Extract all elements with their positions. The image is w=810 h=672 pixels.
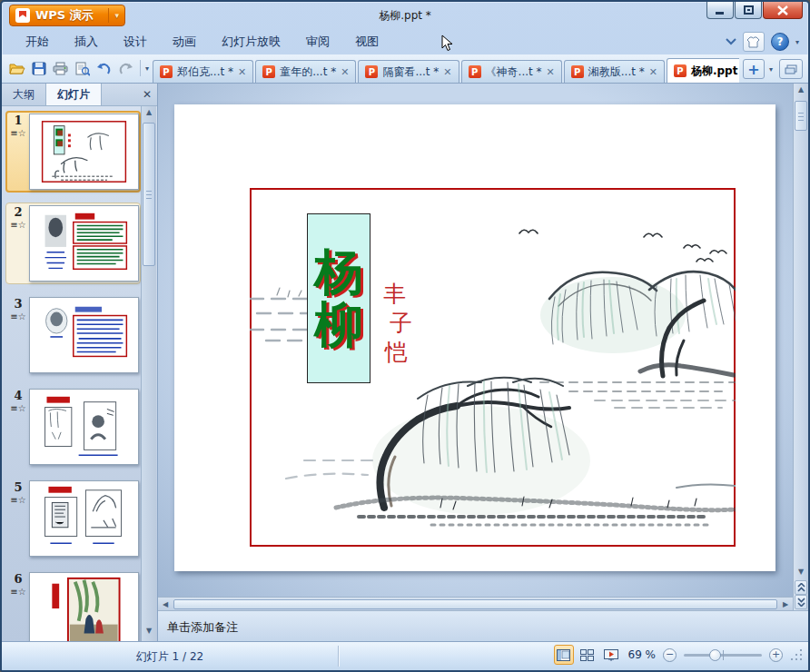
- scroll-up-icon[interactable]: ▲: [795, 85, 807, 98]
- slide-1-canvas[interactable]: 杨 柳 丰 子 恺: [174, 104, 775, 571]
- tab-slides[interactable]: 幻灯片: [46, 84, 102, 105]
- slide-title-box[interactable]: 杨 柳: [307, 213, 370, 383]
- tshirt-icon: [746, 36, 760, 48]
- slide-thumbnail-5[interactable]: 5 ≡☆: [5, 478, 141, 559]
- zoom-out-button[interactable]: −: [663, 648, 677, 662]
- menu-view[interactable]: 视图: [342, 30, 391, 54]
- menu-insert[interactable]: 插入: [62, 30, 111, 54]
- doc-tab-5[interactable]: P 湘教版...t * ✕: [564, 60, 665, 83]
- main-area: 杨 柳 丰 子 恺 ▲ ▼: [158, 84, 808, 641]
- open-button[interactable]: [7, 59, 26, 78]
- zoom-100-tick: [723, 650, 724, 660]
- animation-star-icon: ≡☆: [7, 404, 29, 413]
- zoom-slider[interactable]: [684, 654, 762, 657]
- change-skin-button[interactable]: [743, 32, 765, 52]
- wps-app-menu-button[interactable]: WPS 演示 ▾: [9, 5, 125, 26]
- doc-tab-4[interactable]: P 《神奇...t * ✕: [461, 60, 562, 83]
- slide-thumbnail-1[interactable]: 1 ≡☆: [5, 111, 141, 193]
- menu-review[interactable]: 审阅: [293, 30, 342, 54]
- print-preview-button[interactable]: [73, 59, 92, 78]
- slide-thumbnail-3[interactable]: 3 ≡☆: [5, 294, 141, 376]
- author-char: 子: [390, 311, 412, 334]
- print-preview-icon: [75, 62, 90, 76]
- close-button[interactable]: [763, 2, 803, 19]
- slide-thumbnail-6[interactable]: 6 ≡☆: [5, 569, 141, 641]
- wps-presentation-window: WPS 演示 ▾ 杨柳.ppt * 开始 插入 设计 动画 幻灯片放映 审阅 视…: [0, 0, 810, 672]
- printer-icon: [53, 62, 68, 75]
- doc-tab-2[interactable]: P 童年的...t * ✕: [255, 60, 356, 83]
- doc-tab-label: 湘教版...t *: [588, 64, 645, 80]
- doc-tab-active-yangliu[interactable]: P 杨柳.ppt * ✕: [667, 58, 739, 83]
- divider: [140, 60, 141, 76]
- zoom-slider-thumb[interactable]: [709, 649, 721, 661]
- resize-grip[interactable]: [790, 648, 803, 661]
- slide-thumbnail-4[interactable]: 4 ≡☆: [5, 386, 141, 468]
- help-button[interactable]: ?: [771, 33, 789, 51]
- scroll-left-icon[interactable]: ◀: [158, 600, 173, 608]
- menu-design[interactable]: 设计: [111, 30, 160, 54]
- doc-tab-3[interactable]: P 隔窗看...t * ✕: [358, 60, 459, 83]
- menu-animation[interactable]: 动画: [160, 30, 209, 54]
- tab-list-button[interactable]: [779, 59, 803, 79]
- tab-outline[interactable]: 大纲: [2, 84, 46, 105]
- doc-tab-1[interactable]: P 郑伯克...t * ✕: [153, 60, 253, 83]
- undo-button[interactable]: [94, 59, 114, 78]
- slide-panel: 大纲 幻灯片 ✕ 1 ≡☆: [2, 84, 158, 641]
- chevron-down-icon[interactable]: ▾: [114, 11, 119, 20]
- help-dropdown-icon[interactable]: ▾: [795, 38, 799, 46]
- windows-stack-icon: [785, 64, 797, 74]
- scrollbar-thumb[interactable]: [795, 101, 807, 131]
- tab-close-icon[interactable]: ✕: [547, 66, 555, 78]
- wps-app-label: WPS 演示: [35, 7, 94, 24]
- slide-sorter-view-button[interactable]: [578, 645, 598, 665]
- next-slide-button[interactable]: [795, 595, 807, 609]
- notes-pane[interactable]: 单击添加备注: [158, 610, 808, 645]
- restore-icon: [744, 5, 754, 15]
- horizontal-scrollbar[interactable]: ◀ ▶: [158, 597, 793, 610]
- vertical-scrollbar[interactable]: ▲ ▼: [793, 84, 808, 610]
- panel-close-icon[interactable]: ✕: [137, 84, 157, 105]
- notes-placeholder: 单击添加备注: [167, 620, 238, 634]
- tab-close-icon[interactable]: ✕: [238, 66, 246, 78]
- save-button[interactable]: [29, 59, 48, 78]
- thumbnail-scrollbar[interactable]: ▲ ▼: [141, 106, 156, 641]
- zoom-in-button[interactable]: +: [769, 648, 783, 662]
- menu-home[interactable]: 开始: [13, 30, 62, 54]
- author-char: 恺: [385, 341, 412, 363]
- scroll-down-icon[interactable]: ▼: [795, 568, 807, 580]
- doc-tab-label: 郑伯克...t *: [177, 64, 233, 80]
- slide-thumbnail-art: [30, 114, 138, 189]
- document-tabs: P 郑伯克...t * ✕ P 童年的...t * ✕ P 隔窗看...t * …: [153, 54, 739, 83]
- slideshow-button[interactable]: [601, 645, 621, 665]
- tab-close-icon[interactable]: ✕: [649, 66, 657, 78]
- save-floppy-icon: [32, 62, 46, 75]
- slide-number: 6: [7, 572, 29, 586]
- wps-logo-icon: [15, 8, 30, 23]
- normal-view-button[interactable]: [554, 645, 574, 665]
- status-bar: 幻灯片 1 / 22 69 % − +: [2, 641, 808, 670]
- scroll-down-icon[interactable]: ▼: [143, 627, 155, 639]
- title-char-yang: 杨: [314, 246, 363, 298]
- collapse-ribbon-chevron-icon[interactable]: [726, 38, 736, 45]
- redo-button[interactable]: [116, 59, 135, 78]
- scrollbar-thumb[interactable]: [173, 599, 777, 609]
- new-tab-button[interactable]: +: [743, 59, 765, 79]
- previous-slide-button[interactable]: [795, 580, 807, 595]
- scroll-right-icon[interactable]: ▶: [778, 600, 793, 608]
- scrollbar-thumb[interactable]: [143, 123, 155, 266]
- ppt-file-icon: P: [262, 65, 275, 78]
- print-button[interactable]: [51, 59, 70, 78]
- menu-slideshow[interactable]: 幻灯片放映: [209, 30, 293, 54]
- close-icon: [777, 5, 788, 15]
- ppt-file-icon: P: [571, 65, 584, 78]
- tab-close-icon[interactable]: ✕: [341, 66, 349, 78]
- slide-thumbnail-2[interactable]: 2 ≡☆: [5, 203, 141, 284]
- tab-close-icon[interactable]: ✕: [443, 66, 451, 78]
- animation-star-icon: ≡☆: [7, 588, 29, 597]
- toolbar-more-dropdown-icon[interactable]: ▾: [145, 64, 149, 73]
- author-text[interactable]: 丰 子 恺: [383, 282, 412, 363]
- minimize-button[interactable]: [706, 2, 734, 19]
- scroll-up-icon[interactable]: ▲: [143, 108, 155, 121]
- restore-button[interactable]: [735, 2, 762, 19]
- new-tab-dropdown-icon[interactable]: ▾: [765, 59, 777, 79]
